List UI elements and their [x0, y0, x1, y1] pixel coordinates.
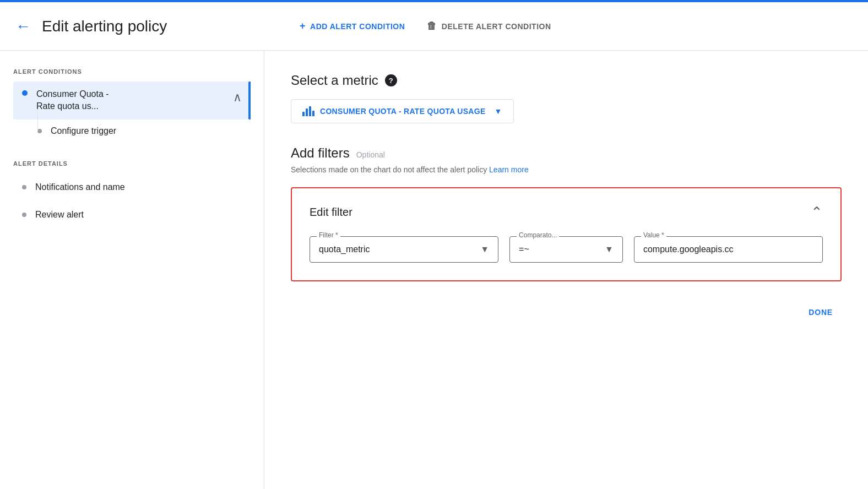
comparator-value: =~: [519, 244, 600, 254]
filters-title-text: Add filters: [291, 145, 350, 161]
value-text: compute.googleapis.cc: [643, 244, 813, 254]
active-side-indicator: [248, 82, 251, 119]
filters-title: Add filters Optional: [291, 145, 842, 161]
topbar-left: ← Edit alerting policy: [13, 15, 278, 37]
trash-icon: 🗑: [427, 20, 437, 32]
alert-details-section: ALERT DETAILS Notifications and name Rev…: [13, 160, 251, 229]
sidebar: ALERT CONDITIONS Consumer Quota - Rate q…: [0, 51, 264, 489]
configure-trigger-dot: [37, 129, 42, 133]
comparator-dropdown[interactable]: Comparato... =~ ▼: [509, 236, 623, 263]
notifications-dot: [22, 185, 26, 189]
filter-label: Filter *: [317, 231, 340, 239]
filter-fields: Filter * quota_metric ▼ Comparato... =~ …: [310, 236, 823, 263]
topbar-actions: + ADD ALERT CONDITION 🗑 DELETE ALERT CON…: [300, 20, 551, 32]
metric-btn-label: CONSUMER QUOTA - RATE QUOTA USAGE: [320, 107, 486, 116]
metric-dropdown-arrow-icon: ▼: [495, 107, 502, 116]
plus-icon: +: [300, 20, 306, 32]
connector-line: [37, 110, 38, 131]
sidebar-item-notifications-text: Notifications and name: [35, 182, 125, 192]
filters-section: Add filters Optional Selections made on …: [291, 145, 842, 321]
chevron-up-icon: ⌃: [811, 204, 823, 221]
chevron-up-icon: ∧: [233, 90, 242, 105]
sidebar-item-consumer-quota[interactable]: Consumer Quota - Rate quota us... ∧: [13, 82, 251, 119]
value-input[interactable]: Value * compute.googleapis.cc: [634, 236, 823, 263]
review-alert-dot: [22, 213, 26, 217]
add-alert-condition-button[interactable]: + ADD ALERT CONDITION: [300, 20, 405, 32]
done-row: DONE: [291, 295, 842, 321]
done-button[interactable]: DONE: [800, 303, 842, 321]
sidebar-item-notifications[interactable]: Notifications and name: [13, 173, 251, 201]
quota-line2: Rate quota us...: [36, 101, 99, 111]
comparator-field-wrapper: Comparato... =~ ▼: [509, 236, 623, 263]
add-btn-label: ADD ALERT CONDITION: [310, 22, 405, 31]
sidebar-item-configure-trigger[interactable]: Configure trigger: [13, 119, 251, 143]
collapse-filter-button[interactable]: ⌃: [811, 204, 823, 221]
metric-dropdown-button[interactable]: CONSUMER QUOTA - RATE QUOTA USAGE ▼: [291, 99, 514, 123]
metric-section-title: Select a metric ?: [291, 73, 842, 88]
sidebar-item-configure-trigger-text: Configure trigger: [51, 126, 116, 136]
edit-filter-box: Edit filter ⌃ Filter * quota_metric ▼: [291, 187, 842, 281]
help-icon[interactable]: ?: [385, 74, 397, 86]
sidebar-item-review-alert[interactable]: Review alert: [13, 201, 251, 229]
alert-conditions-label: ALERT CONDITIONS: [13, 68, 251, 75]
bar2: [306, 108, 308, 116]
edit-filter-title: Edit filter: [310, 206, 352, 219]
quota-line1: Consumer Quota -: [36, 89, 109, 99]
page-title: Edit alerting policy: [42, 18, 167, 35]
filter-field-wrapper: Filter * quota_metric ▼: [310, 236, 498, 263]
main-layout: ALERT CONDITIONS Consumer Quota - Rate q…: [0, 51, 868, 489]
value-label: Value *: [641, 231, 666, 239]
topbar: ← Edit alerting policy + ADD ALERT CONDI…: [0, 2, 868, 51]
bar3: [309, 106, 311, 116]
sidebar-item-review-alert-text: Review alert: [35, 210, 84, 220]
alert-details-label: ALERT DETAILS: [13, 160, 251, 167]
bar-chart-icon: [302, 106, 314, 116]
metric-title-text: Select a metric: [291, 73, 378, 88]
delete-alert-condition-button[interactable]: 🗑 DELETE ALERT CONDITION: [427, 20, 551, 32]
filter-dropdown-arrow-icon: ▼: [480, 244, 489, 254]
filters-subtitle-text: Selections made on the chart do not affe…: [291, 165, 487, 174]
bar4: [312, 111, 314, 116]
edit-filter-header: Edit filter ⌃: [310, 204, 823, 221]
metric-section: Select a metric ? CONSUMER QUOTA - RATE …: [291, 73, 842, 123]
filter-dropdown[interactable]: Filter * quota_metric ▼: [310, 236, 498, 263]
value-field-wrapper: Value * compute.googleapis.cc: [634, 236, 823, 263]
sidebar-item-consumer-quota-text: Consumer Quota - Rate quota us...: [36, 88, 229, 113]
filter-value: quota_metric: [319, 244, 476, 254]
comparator-label: Comparato...: [517, 231, 559, 239]
bar1: [302, 112, 305, 116]
content-area: Select a metric ? CONSUMER QUOTA - RATE …: [264, 51, 868, 489]
active-dot: [22, 90, 28, 96]
comparator-dropdown-arrow-icon: ▼: [605, 244, 614, 254]
delete-btn-label: DELETE ALERT CONDITION: [442, 22, 551, 31]
back-button[interactable]: ←: [13, 15, 33, 37]
back-arrow-icon: ←: [15, 18, 31, 35]
optional-label: Optional: [356, 150, 385, 159]
filters-subtitle: Selections made on the chart do not affe…: [291, 165, 842, 174]
learn-more-link[interactable]: Learn more: [489, 165, 529, 174]
